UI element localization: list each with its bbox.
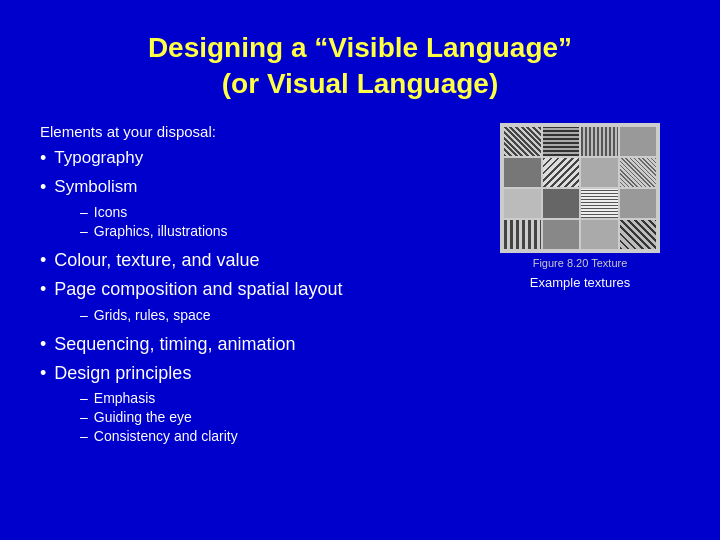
texture-cell <box>504 220 541 249</box>
sub-list-item: – Guiding the eye <box>80 409 480 425</box>
dash-icon: – <box>80 409 88 425</box>
texture-image <box>500 123 660 253</box>
elements-label: Elements at your disposal: <box>40 123 480 140</box>
texture-cell <box>581 220 618 249</box>
sub-text: Emphasis <box>94 390 155 406</box>
content-area: Elements at your disposal: • Typography … <box>40 123 680 510</box>
texture-caption: Example textures <box>530 275 630 290</box>
sub-list-item: – Icons <box>80 204 480 220</box>
slide-title: Designing a “Visible Language” (or Visua… <box>40 30 680 103</box>
texture-cell <box>504 158 541 187</box>
sub-list-item: – Emphasis <box>80 390 480 406</box>
dash-icon: – <box>80 428 88 444</box>
texture-cell <box>543 189 580 218</box>
texture-cell <box>504 189 541 218</box>
list-item: • Design principles <box>40 361 480 386</box>
texture-cell <box>620 127 657 156</box>
title-line2: (or Visual Language) <box>222 68 498 99</box>
bullet-icon: • <box>40 248 46 273</box>
list-item: • Sequencing, timing, animation <box>40 332 480 357</box>
sub-text: Grids, rules, space <box>94 307 211 323</box>
texture-figure-label: Figure 8.20 Texture <box>533 257 628 269</box>
bullet-text: Design principles <box>54 361 191 386</box>
bullet-text: Colour, texture, and value <box>54 248 259 273</box>
bullet-icon: • <box>40 175 46 200</box>
sub-list-item: – Graphics, illustrations <box>80 223 480 239</box>
texture-cell <box>581 158 618 187</box>
bullet-icon: • <box>40 332 46 357</box>
texture-cell <box>543 158 580 187</box>
sub-text: Graphics, illustrations <box>94 223 228 239</box>
sub-list-item: – Consistency and clarity <box>80 428 480 444</box>
list-item: • Page composition and spatial layout <box>40 277 480 302</box>
list-item: • Symbolism <box>40 175 480 200</box>
bullet-text: Page composition and spatial layout <box>54 277 342 302</box>
sub-text: Consistency and clarity <box>94 428 238 444</box>
texture-cell <box>543 220 580 249</box>
bullet-icon: • <box>40 146 46 171</box>
title-line1: Designing a “Visible Language” <box>148 32 572 63</box>
bullet-text: Typography <box>54 146 143 170</box>
bullet-text: Sequencing, timing, animation <box>54 332 295 357</box>
texture-cell <box>504 127 541 156</box>
dash-icon: – <box>80 307 88 323</box>
dash-icon: – <box>80 390 88 406</box>
texture-cell <box>620 220 657 249</box>
slide: Designing a “Visible Language” (or Visua… <box>0 0 720 540</box>
dash-icon: – <box>80 223 88 239</box>
dash-icon: – <box>80 204 88 220</box>
bullet-icon: • <box>40 277 46 302</box>
right-content: Figure 8.20 Texture Example textures <box>480 123 680 510</box>
bullet-icon: • <box>40 361 46 386</box>
left-content: Elements at your disposal: • Typography … <box>40 123 480 510</box>
sub-list-item: – Grids, rules, space <box>80 307 480 323</box>
texture-cell <box>581 189 618 218</box>
texture-cell <box>581 127 618 156</box>
sub-text: Guiding the eye <box>94 409 192 425</box>
list-item: • Colour, texture, and value <box>40 248 480 273</box>
bullet-text: Symbolism <box>54 175 137 199</box>
list-item: • Typography <box>40 146 480 171</box>
texture-cell <box>620 158 657 187</box>
texture-cell <box>620 189 657 218</box>
sub-text: Icons <box>94 204 127 220</box>
texture-cell <box>543 127 580 156</box>
